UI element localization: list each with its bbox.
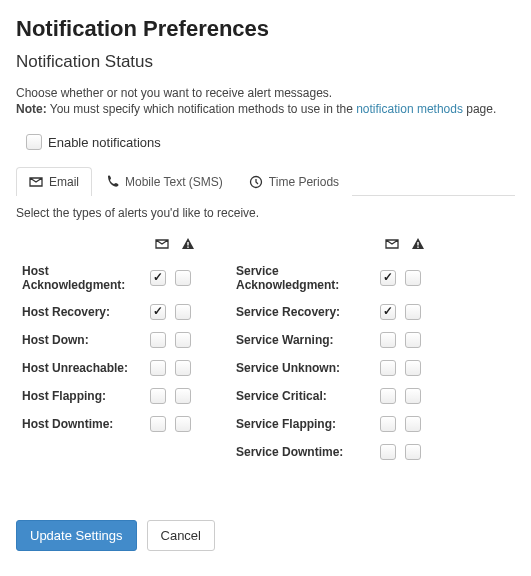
tab-email-label: Email — [49, 175, 79, 189]
service-row-label: Service Downtime: — [236, 445, 380, 459]
tab-sms-label: Mobile Text (SMS) — [125, 175, 223, 189]
host-alert-checkbox[interactable] — [175, 304, 191, 320]
service-email-checkbox[interactable] — [380, 388, 396, 404]
service-alert-checkbox[interactable] — [405, 444, 421, 460]
host-alert-checkbox[interactable] — [175, 332, 191, 348]
service-email-checkbox[interactable] — [380, 332, 396, 348]
tab-sms[interactable]: Mobile Text (SMS) — [92, 167, 236, 196]
service-row-label: Service Recovery: — [236, 305, 380, 319]
host-row-label: Host Acknowledgment: — [22, 264, 150, 292]
host-row-label: Host Unreachable: — [22, 361, 150, 375]
host-email-checkbox[interactable] — [150, 388, 166, 404]
service-row-label: Service Critical: — [236, 389, 380, 403]
service-row: Service Warning: — [236, 332, 426, 348]
service-alert-checkbox[interactable] — [405, 304, 421, 320]
service-alert-checkbox[interactable] — [405, 360, 421, 376]
service-alert-checkbox[interactable] — [405, 332, 421, 348]
service-row: Service Critical: — [236, 388, 426, 404]
host-alert-checkbox[interactable] — [175, 388, 191, 404]
tab-periods-label: Time Periods — [269, 175, 339, 189]
enable-notifications-checkbox[interactable] — [26, 134, 42, 150]
intro-note-after: page. — [463, 102, 496, 116]
service-row: Service Downtime: — [236, 444, 426, 460]
envelope-icon — [154, 236, 170, 252]
host-email-checkbox[interactable] — [150, 360, 166, 376]
notification-methods-link[interactable]: notification methods — [356, 102, 463, 116]
warning-icon — [410, 236, 426, 252]
help-text: Select the types of alerts you'd like to… — [16, 206, 515, 220]
host-alert-checkbox[interactable] — [175, 270, 191, 286]
service-email-checkbox[interactable] — [380, 270, 396, 286]
service-row-label: Service Unknown: — [236, 361, 380, 375]
intro-note-before: You must specify which notification meth… — [47, 102, 357, 116]
host-row: Host Recovery: — [22, 304, 196, 320]
service-email-checkbox[interactable] — [380, 304, 396, 320]
host-email-checkbox[interactable] — [150, 304, 166, 320]
service-email-checkbox[interactable] — [380, 444, 396, 460]
cancel-button[interactable]: Cancel — [147, 520, 215, 551]
service-row: Service Unknown: — [236, 360, 426, 376]
host-row-label: Host Recovery: — [22, 305, 150, 319]
update-settings-button[interactable]: Update Settings — [16, 520, 137, 551]
service-row: Service Flapping: — [236, 416, 426, 432]
host-email-checkbox[interactable] — [150, 270, 166, 286]
enable-notifications-label: Enable notifications — [48, 135, 161, 150]
host-row: Host Down: — [22, 332, 196, 348]
page-title: Notification Preferences — [16, 16, 515, 42]
service-row-label: Service Flapping: — [236, 417, 380, 431]
host-row-label: Host Flapping: — [22, 389, 150, 403]
service-email-checkbox[interactable] — [380, 416, 396, 432]
service-row-label: Service Acknowledgment: — [236, 264, 380, 292]
host-email-checkbox[interactable] — [150, 416, 166, 432]
service-row: Service Recovery: — [236, 304, 426, 320]
service-email-checkbox[interactable] — [380, 360, 396, 376]
host-alert-checkbox[interactable] — [175, 360, 191, 376]
host-alert-checkbox[interactable] — [175, 416, 191, 432]
envelope-icon — [384, 236, 400, 252]
host-row: Host Acknowledgment: — [22, 264, 196, 292]
service-row-label: Service Warning: — [236, 333, 380, 347]
intro-note: Note: You must specify which notificatio… — [16, 102, 515, 116]
service-alert-checkbox[interactable] — [405, 270, 421, 286]
tab-periods[interactable]: Time Periods — [236, 167, 352, 196]
envelope-icon — [29, 175, 43, 189]
section-subtitle: Notification Status — [16, 52, 515, 72]
warning-icon — [180, 236, 196, 252]
intro-note-label: Note: — [16, 102, 47, 116]
host-row: Host Flapping: — [22, 388, 196, 404]
service-alert-checkbox[interactable] — [405, 416, 421, 432]
host-row: Host Downtime: — [22, 416, 196, 432]
phone-icon — [105, 175, 119, 189]
host-email-checkbox[interactable] — [150, 332, 166, 348]
service-row: Service Acknowledgment: — [236, 264, 426, 292]
intro-line1: Choose whether or not you want to receiv… — [16, 86, 515, 100]
clock-icon — [249, 175, 263, 189]
host-row-label: Host Down: — [22, 333, 150, 347]
tabs: Email Mobile Text (SMS) Time Periods — [16, 166, 515, 196]
tab-email[interactable]: Email — [16, 167, 92, 196]
service-alert-checkbox[interactable] — [405, 388, 421, 404]
host-row-label: Host Downtime: — [22, 417, 150, 431]
host-row: Host Unreachable: — [22, 360, 196, 376]
